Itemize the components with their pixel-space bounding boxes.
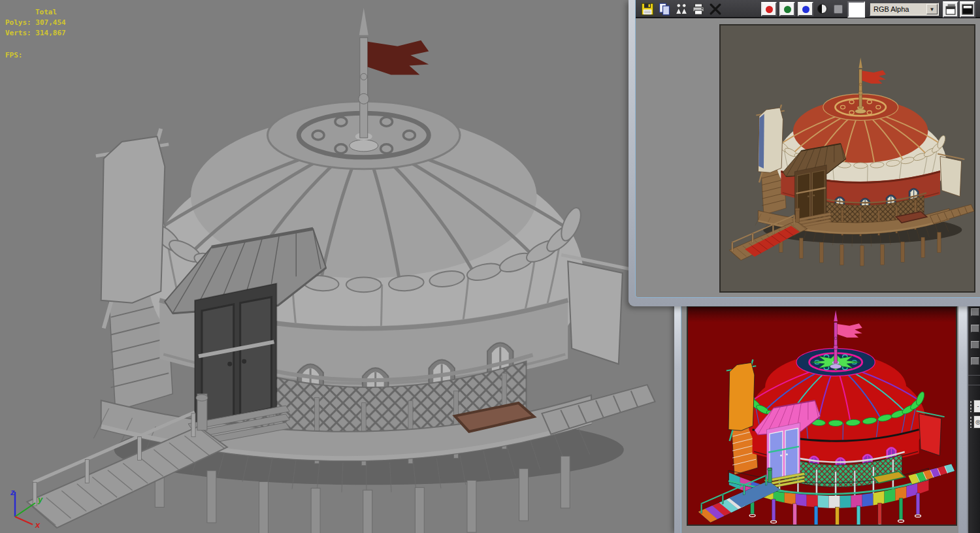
stats-total-label: Total: [35, 8, 57, 16]
panel-divider: [968, 375, 980, 376]
blue-channel-button[interactable]: [798, 2, 813, 16]
screenshot-root: Total Polys: 307,454 Verts: 314,867 FPS:…: [0, 0, 980, 533]
save-image-button[interactable]: [641, 3, 654, 16]
panel-mini-button-1[interactable]: -: [973, 400, 980, 413]
display-mode-value: RGB Alpha: [874, 5, 909, 13]
monochrome-icon: [817, 4, 827, 14]
print-image-button[interactable]: [692, 3, 705, 16]
panel-divider: [968, 385, 980, 385]
toggle-ui-overlays-button[interactable]: [943, 1, 958, 18]
viewport-3d-canvas[interactable]: [0, 0, 660, 533]
rfw-toolbar: RGB Alpha ▼: [636, 0, 980, 18]
material-id-window: [674, 297, 967, 533]
viewport-stats: Total Polys: 307,454 Verts: 314,867 FPS:: [0, 0, 170, 65]
print-icon: [692, 3, 705, 16]
stats-verts: Verts: 314,867: [5, 29, 66, 37]
display-mode-dropdown[interactable]: RGB Alpha ▼: [870, 3, 939, 16]
clone-rendered-frame-button[interactable]: [675, 3, 688, 16]
drag-handle-dots: [970, 400, 972, 412]
red-channel-icon: [766, 6, 773, 13]
alpha-channel-button[interactable]: [834, 5, 843, 14]
toggle-ui-button[interactable]: [960, 1, 975, 18]
panel-square-button-1[interactable]: [971, 308, 979, 316]
stats-polys: Polys: 307,454: [5, 18, 66, 27]
rendered-frame-window: RGB Alpha ▼: [629, 0, 980, 306]
material-id-canvas: [688, 307, 956, 525]
save-icon: [641, 3, 654, 16]
rendered-image-area: [719, 24, 975, 293]
color-swatch[interactable]: [847, 1, 865, 18]
clear-x-icon: [709, 3, 722, 16]
clear-button[interactable]: [709, 3, 722, 16]
clone-people-icon: [675, 3, 688, 16]
axis-x-label: x: [35, 520, 41, 530]
window-frame: RGB Alpha ▼: [635, 0, 980, 298]
red-channel-button[interactable]: [761, 2, 777, 16]
monochrome-button[interactable]: [816, 3, 829, 15]
rendered-image-canvas: [721, 25, 974, 291]
drag-handle-dots: [970, 416, 972, 428]
material-id-window-body: [681, 302, 958, 533]
panel-mini-button-2[interactable]: ◎: [973, 415, 980, 428]
panel-square-button-4[interactable]: [971, 357, 979, 365]
panel-square-button-3[interactable]: [971, 341, 979, 349]
copy-image-button[interactable]: [658, 3, 671, 16]
axis-gizmo: z y x: [4, 486, 59, 530]
material-id-image-area: [687, 306, 957, 526]
chevron-down-icon: ▼: [926, 4, 938, 14]
framebuffer-icon: [961, 3, 974, 16]
stats-fps-label: FPS:: [5, 51, 23, 59]
panel-square-button-2[interactable]: [971, 325, 979, 332]
blue-channel-icon: [802, 6, 809, 13]
side-panel: - ◎: [967, 298, 980, 533]
green-channel-button[interactable]: [779, 2, 795, 16]
window-overlay-icon: [944, 3, 957, 16]
green-channel-icon: [784, 6, 791, 13]
axis-y-label: y: [37, 494, 43, 504]
rendered-frame-window-body: RGB Alpha ▼: [636, 0, 980, 297]
copy-icon: [658, 3, 671, 16]
axis-z-label: z: [10, 487, 15, 497]
